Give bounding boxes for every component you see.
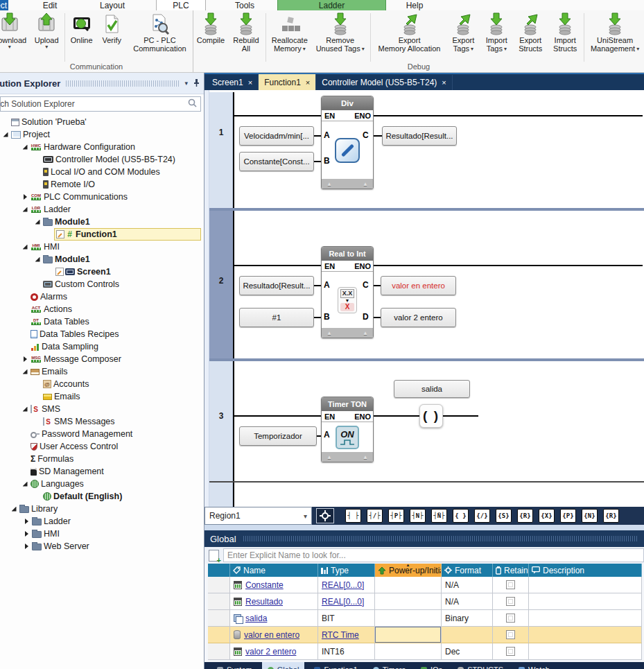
expanded-icon[interactable] xyxy=(21,243,29,251)
tree-item-languages[interactable]: Languages xyxy=(0,478,204,490)
tree-item-library-ladder[interactable]: Ladder xyxy=(0,515,204,528)
operand-salida[interactable]: salida xyxy=(394,380,470,398)
format-cell[interactable]: N/A xyxy=(442,577,493,593)
operand-resultado-in[interactable]: Resultado[Result... xyxy=(239,276,314,295)
coil-reset2-button[interactable]: {R} xyxy=(603,509,619,523)
rung1-gutter[interactable] xyxy=(209,92,233,208)
retain-checkbox[interactable] xyxy=(506,580,515,589)
menu-tab-project[interactable]: Project xyxy=(0,0,8,10)
tab-watch[interactable]: Watch xyxy=(513,662,555,669)
dropdown-caret-icon[interactable]: ▾ xyxy=(636,46,639,51)
tree-item-data-tables-recipes[interactable]: Data Tables Recipes xyxy=(0,328,204,340)
solution-explorer-titlebar[interactable]: Solution Explorer ▾ xyxy=(0,73,204,94)
tree-item-user-access-control[interactable]: User Access Control xyxy=(0,440,204,453)
contact-positive-button[interactable]: ┤P├ xyxy=(388,509,404,523)
dropdown-caret-icon[interactable]: ▾ xyxy=(8,44,11,49)
close-icon[interactable]: × xyxy=(306,78,310,87)
tab-function1-tags[interactable]: Function1 xyxy=(308,662,363,669)
tree-item-library[interactable]: Library xyxy=(0,503,204,515)
tree-item-hmi-module1[interactable]: Module1 xyxy=(0,253,204,266)
powerup-cell[interactable] xyxy=(375,610,442,627)
powerup-cell-selected[interactable] xyxy=(375,627,442,643)
download-button[interactable]: Download ▾ xyxy=(0,12,30,49)
tag-type-link[interactable]: REAL[0...0] xyxy=(322,597,364,607)
rung3-gutter[interactable] xyxy=(209,361,233,481)
tree-item-hardware-configuration[interactable]: HWCHardware Configuration xyxy=(0,141,204,153)
pc-plc-communication-button[interactable]: PC - PLC Communication xyxy=(127,12,193,53)
description-cell[interactable] xyxy=(529,593,642,610)
panel-menu-caret-icon[interactable]: ▾ xyxy=(184,80,188,87)
coil-button[interactable]: { } xyxy=(453,509,469,523)
column-header-description[interactable]: Description xyxy=(529,564,642,577)
online-button[interactable]: Online xyxy=(67,12,97,44)
tree-item-remote-io[interactable]: Remote I/O xyxy=(0,178,204,191)
search-icon[interactable] xyxy=(188,98,197,110)
operand-temporizador[interactable]: Temporizador xyxy=(239,426,317,446)
format-cell[interactable]: N/A xyxy=(442,593,493,610)
menu-tab-ladder[interactable]: Ladder xyxy=(277,0,386,10)
collapse-icon[interactable]: ▲ xyxy=(363,330,368,336)
description-cell[interactable] xyxy=(529,643,642,660)
tree-item-local-io[interactable]: Local I/O and COM Modules xyxy=(0,166,204,178)
tab-controller-model[interactable]: Controller Model (US5-B5-T24)× xyxy=(316,75,453,90)
expanded-icon[interactable] xyxy=(21,367,29,376)
rung3-number[interactable]: 3 xyxy=(209,411,233,421)
contact-negative-button[interactable]: ┤N├ xyxy=(410,509,426,523)
operand-valor-en-entero[interactable]: valor en entero xyxy=(381,276,456,295)
operand-constante[interactable]: Constante[Const... xyxy=(239,152,314,171)
operand-valor-2-entero[interactable]: valor 2 entero xyxy=(381,308,456,327)
tree-item-screen1[interactable]: Screen1 xyxy=(0,266,204,278)
collapsed-icon[interactable] xyxy=(22,517,31,525)
description-cell[interactable] xyxy=(529,627,642,643)
dropdown-caret-icon[interactable]: ▾ xyxy=(471,46,473,51)
block-footer[interactable]: ▲▲ xyxy=(322,179,373,189)
tag-name-link[interactable]: Constante xyxy=(245,580,284,590)
dropdown-caret-icon[interactable]: ▾ xyxy=(45,44,48,49)
tree-item-data-tables[interactable]: DTData Tables xyxy=(0,315,204,328)
tree-item-solution[interactable]: Solution 'Prueba' xyxy=(0,116,204,128)
tree-item-function1[interactable]: Function1 xyxy=(0,228,204,241)
retain-checkbox[interactable] xyxy=(506,597,515,606)
tree-item-controller-model[interactable]: Controller Model (US5-B5-T24) xyxy=(0,153,204,166)
upload-button[interactable]: Upload ▾ xyxy=(30,12,63,49)
tree-item-ladder-module1[interactable]: Module1 xyxy=(0,216,204,228)
coil-set-button[interactable]: {S} xyxy=(496,509,512,523)
pin-icon[interactable] xyxy=(193,77,200,89)
tree-item-emails[interactable]: Emails xyxy=(0,365,204,378)
row-selector[interactable] xyxy=(208,577,230,593)
ladder-editor[interactable]: 1 2 3 Div ENENO ▲▲ A B C Velocidadm/min[… xyxy=(204,90,644,507)
rung1-number[interactable]: 1 xyxy=(209,128,233,137)
row-selector[interactable] xyxy=(208,627,230,643)
row-selector[interactable] xyxy=(208,593,230,610)
collapsed-icon[interactable] xyxy=(22,542,31,550)
dropdown-caret-icon[interactable]: ▾ xyxy=(303,46,306,51)
format-cell[interactable]: Binary xyxy=(442,610,493,627)
rebuild-all-button[interactable]: Rebuild All xyxy=(228,12,264,53)
verify-button[interactable]: Verify xyxy=(96,12,127,44)
tree-item-accounts[interactable]: Accounts xyxy=(0,378,204,390)
search-input[interactable]: Search Solution Explorer xyxy=(0,96,201,112)
tree-item-sms-messages[interactable]: SMS Messages xyxy=(0,415,204,428)
export-structs-button[interactable]: Export Structs xyxy=(513,12,548,53)
real-to-int-function-block[interactable]: Real to Int ENENO X.X ▼ X ▲▲ xyxy=(321,246,374,338)
menu-tab-edit[interactable]: Edit xyxy=(33,0,67,10)
column-header-format[interactable]: Format xyxy=(442,564,493,577)
tree-item-sms[interactable]: SMS xyxy=(0,403,204,415)
rung2-number[interactable]: 2 xyxy=(209,276,233,286)
tree-item-hmi[interactable]: HMIHMI xyxy=(0,241,204,253)
description-cell[interactable] xyxy=(529,577,642,593)
tree-item-sd-management[interactable]: SD Management xyxy=(0,465,204,478)
drag-handle[interactable] xyxy=(66,80,179,87)
menu-tab-plc[interactable]: PLC xyxy=(156,0,206,10)
column-header-powerup[interactable]: ▲Power-up/Initial xyxy=(375,564,442,577)
column-header-retain[interactable]: Retain xyxy=(493,564,529,577)
select-tool-button[interactable] xyxy=(316,508,334,523)
collapse-icon[interactable]: ▲ xyxy=(327,181,332,187)
tag-name-link[interactable]: Resultado xyxy=(245,597,283,607)
collapsed-icon[interactable] xyxy=(22,530,31,538)
import-tags-button[interactable]: Import Tags▾ xyxy=(480,12,513,53)
tab-timers[interactable]: Timers xyxy=(367,662,411,669)
expanded-icon[interactable] xyxy=(21,405,29,413)
expanded-icon[interactable] xyxy=(33,255,42,263)
operand-velocidad[interactable]: Velocidadm/min[... xyxy=(239,126,314,146)
